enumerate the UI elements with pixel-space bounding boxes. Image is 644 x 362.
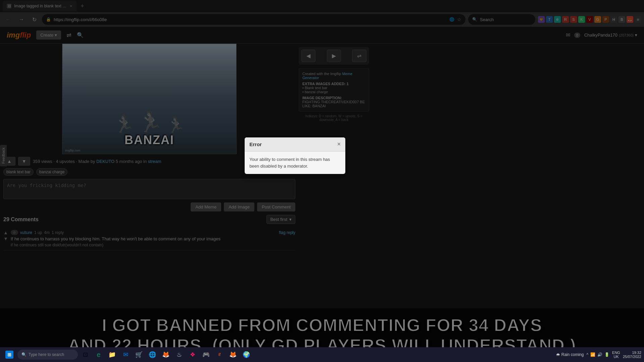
taskbar-search[interactable]: 🔍 Type here to search xyxy=(17,350,78,360)
modal-header: Error × xyxy=(245,137,345,152)
modal-close-button[interactable]: × xyxy=(337,141,341,148)
taskbar-store-icon[interactable]: 🛒 xyxy=(133,349,145,361)
taskbar-firefox2-icon[interactable]: 🦊 xyxy=(227,349,239,361)
modal-body: Your ability to comment in this stream h… xyxy=(245,152,345,174)
error-modal: Error × Your ability to comment in this … xyxy=(245,137,345,174)
start-button[interactable]: ⊞ xyxy=(3,349,16,360)
tray-arrow[interactable]: ^ xyxy=(586,352,588,357)
taskbar-mail-icon[interactable]: ✉ xyxy=(119,349,132,361)
weather-widget[interactable]: 🌧 Rain coming xyxy=(556,352,584,357)
taskbar-app2-icon[interactable]: ❖ xyxy=(187,349,199,361)
modal-overlay: Error × Your ability to comment in this … xyxy=(0,0,644,362)
weather-icon: 🌧 xyxy=(556,352,560,357)
taskbar-files-icon[interactable]: 📁 xyxy=(106,349,118,361)
modal-title: Error xyxy=(249,141,262,147)
taskbar: ⊞ 🔍 Type here to search ⊡ e 📁 ✉ 🛒 🌐 🦊 ♨ … xyxy=(0,347,644,362)
taskbar-edge-icon[interactable]: e xyxy=(93,349,105,361)
tray-network[interactable]: 📶 xyxy=(590,352,595,357)
tray-battery[interactable]: 🔋 xyxy=(604,352,609,357)
taskbar-right: 🌧 Rain coming ^ 📶 🔊 🔋 ENG UK 19:32 25/07… xyxy=(556,351,641,359)
system-clock[interactable]: 19:32 25/07/2022 xyxy=(623,351,641,359)
taskbar-firefox-icon[interactable]: 🦊 xyxy=(160,349,172,361)
taskbar-app3-icon[interactable]: 🎮 xyxy=(200,349,212,361)
taskbar-app4-icon[interactable]: 🌍 xyxy=(240,349,252,361)
weather-text: Rain coming xyxy=(561,352,584,357)
taskbar-search-icon: 🔍 xyxy=(21,352,27,357)
taskbar-imgflip-icon[interactable]: if xyxy=(213,349,226,361)
taskbar-chrome-icon[interactable]: 🌐 xyxy=(146,349,158,361)
tray-sound[interactable]: 🔊 xyxy=(597,352,602,357)
taskbar-task-view[interactable]: ⊡ xyxy=(79,349,91,361)
language-indicator[interactable]: ENG UK xyxy=(612,351,620,359)
taskbar-steam-icon[interactable]: ♨ xyxy=(173,349,185,361)
start-icon: ⊞ xyxy=(5,351,13,359)
taskbar-search-text: Type here to search xyxy=(29,352,64,357)
system-tray: ^ 📶 🔊 🔋 xyxy=(586,352,609,357)
